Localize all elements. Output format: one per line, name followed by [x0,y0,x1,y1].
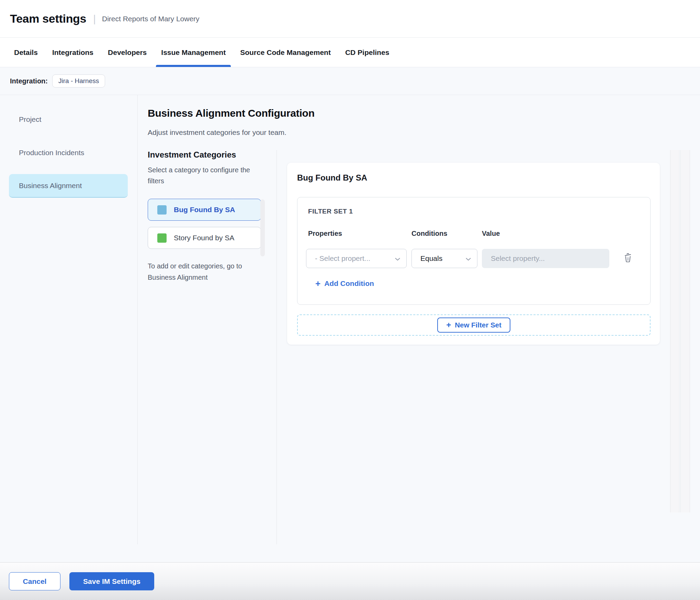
footer-action-bar: Cancel Save IM Settings [0,562,700,600]
integration-row: Integration: Jira - Harness [0,67,700,95]
filter-config-card: Bug Found By SA FILTER SET 1 Properties … [287,163,660,345]
cancel-button[interactable]: Cancel [9,572,60,590]
sidebar-item-project[interactable]: Project [9,107,128,131]
add-condition-label: Add Condition [324,279,374,288]
category-color-swatch [157,205,167,215]
category-label: Story Found by SA [174,234,234,242]
filter-card-title: Bug Found By SA [297,173,367,183]
property-select[interactable]: - Select propert... [306,249,407,268]
integration-chip[interactable]: Jira - Harness [52,74,105,88]
tab-bar: Details Integrations Developers Issue Ma… [0,38,700,67]
column-label-properties: Properties [308,230,342,238]
section-subtitle: Adjust investment categories for your te… [148,128,286,137]
delete-condition-button[interactable] [620,250,636,267]
categories-title: Investment Categories [148,150,269,160]
outer-scrollbar-track[interactable] [680,150,690,512]
add-condition-button[interactable]: + Add Condition [315,279,374,288]
category-color-swatch [157,233,167,243]
tab-developers[interactable]: Developers [103,38,152,67]
page-header: Team settings | Direct Reports of Mary L… [0,0,700,38]
team-settings-page: Team settings | Direct Reports of Mary L… [0,0,700,600]
condition-select[interactable]: Equals [411,249,477,268]
chevron-down-icon [395,254,400,263]
chevron-down-icon [466,254,471,263]
sidebar-item-production-incidents[interactable]: Production Incidents [9,141,128,164]
category-label: Bug Found By SA [174,206,235,214]
condition-select-value: Equals [420,254,442,263]
plus-icon: + [315,279,320,288]
sidebar-item-business-alignment[interactable]: Business Alignment [9,174,128,198]
categories-hint: Select a category to configure the filte… [148,164,268,186]
property-select-placeholder: - Select propert... [315,254,370,263]
tab-source-code-management[interactable]: Source Code Management [235,38,336,67]
inner-scrollbar-track[interactable] [670,150,679,512]
column-label-value: Value [482,230,500,238]
category-item-story-found-by-sa[interactable]: Story Found by SA [148,227,261,249]
category-list: Bug Found By SA Story Found by SA [148,199,269,249]
tab-integrations[interactable]: Integrations [47,38,99,67]
new-filter-set-label: New Filter Set [455,321,501,329]
category-item-bug-found-by-sa[interactable]: Bug Found By SA [148,199,261,221]
sidebar-divider [137,95,138,544]
section-title: Business Alignment Configuration [148,107,315,119]
page-title: Team settings [10,12,86,25]
filter-set-title: FILTER SET 1 [308,208,353,215]
investment-categories-panel: Investment Categories Select a category … [148,150,269,283]
new-filter-set-dropzone: + New Filter Set [297,314,651,336]
integration-label: Integration: [10,77,48,85]
tab-issue-management[interactable]: Issue Management [156,38,231,67]
categories-scrollbar[interactable] [260,199,265,256]
column-label-conditions: Conditions [411,230,447,238]
plus-icon: + [446,321,451,329]
panel-divider [276,150,277,544]
tab-cd-pipelines[interactable]: CD Pipelines [340,38,394,67]
settings-sidebar: Project Production Incidents Business Al… [0,107,137,207]
title-separator: | [93,13,96,25]
trash-icon [624,253,632,264]
new-filter-set-button[interactable]: + New Filter Set [437,318,510,333]
filter-set-card: FILTER SET 1 Properties Conditions Value… [297,197,651,305]
categories-footnote: To add or edit categories, go to Busines… [148,261,264,283]
save-button[interactable]: Save IM Settings [69,572,154,590]
page-subtitle: Direct Reports of Mary Lowery [102,15,200,23]
settings-body: Project Production Incidents Business Al… [0,95,700,562]
value-input[interactable] [482,249,609,268]
tab-details[interactable]: Details [9,38,43,67]
